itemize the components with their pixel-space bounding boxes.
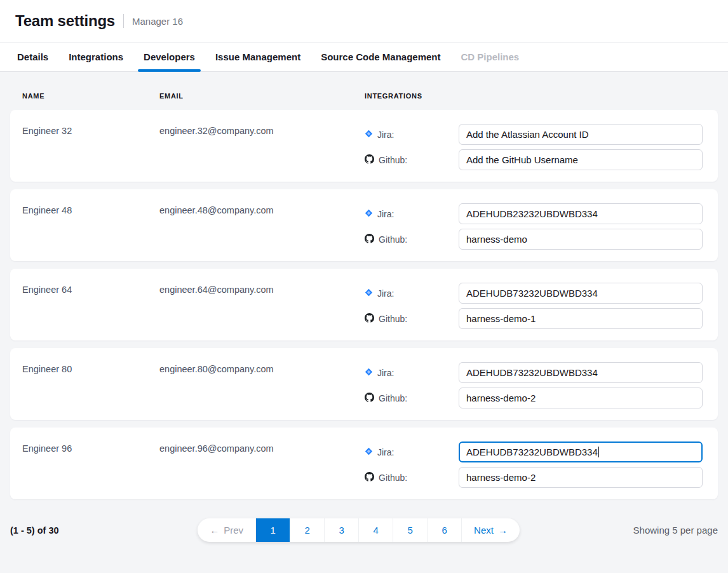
per-page-text: Showing 5 per page — [633, 525, 718, 536]
jira-icon — [365, 209, 373, 219]
jira-label: Jira: — [365, 209, 459, 219]
tab-bar: Details Integrations Developers Issue Ma… — [0, 42, 728, 72]
github-icon — [365, 393, 374, 404]
github-icon — [365, 154, 374, 166]
integrations-cell: Jira: Github: — [365, 203, 703, 261]
developer-email: engineer.48@company.com — [159, 203, 365, 261]
prev-label: Prev — [224, 525, 243, 536]
github-integration-row: Github: — [365, 467, 703, 488]
developer-email: engineer.96@company.com — [159, 442, 365, 499]
tab-integrations[interactable]: Integrations — [67, 43, 125, 71]
github-username-input[interactable] — [459, 149, 703, 170]
jira-label: Jira: — [365, 130, 459, 140]
column-header-integrations: INTEGRATIONS — [365, 92, 703, 100]
column-header-name: NAME — [22, 92, 159, 100]
next-page-button[interactable]: Next → — [461, 518, 520, 542]
page-button-6[interactable]: 6 — [427, 518, 461, 542]
jira-label: Jira: — [365, 447, 459, 457]
github-integration-row: Github: — [365, 308, 703, 329]
prev-page-button[interactable]: ← Prev — [198, 518, 255, 542]
jira-integration-row: Jira: — [365, 124, 703, 145]
page-button-2[interactable]: 2 — [290, 518, 324, 542]
github-label: Github: — [365, 393, 459, 404]
jira-label: Jira: — [365, 288, 459, 299]
tab-source-code-management[interactable]: Source Code Management — [319, 43, 442, 71]
developer-row: Engineer 96 engineer.96@company.com Jira… — [10, 428, 718, 499]
integrations-cell: Jira: Github: — [365, 283, 703, 340]
github-icon — [365, 313, 374, 325]
jira-integration-row: Jira: ADEHUDB73232UBDWBD334 — [365, 442, 703, 462]
github-icon — [365, 472, 374, 483]
developer-row: Engineer 64 engineer.64@company.com Jira… — [10, 269, 718, 340]
title-divider — [123, 14, 124, 28]
jira-account-id-input[interactable] — [459, 203, 703, 224]
integrations-cell: Jira: ADEHUDB73232UBDWBD334 Github: — [365, 442, 703, 499]
github-label: Github: — [365, 313, 459, 325]
jira-icon — [365, 288, 373, 299]
developers-panel: NAME EMAIL INTEGRATIONS Engineer 32 engi… — [0, 72, 728, 573]
page-title: Team settings — [15, 12, 115, 30]
jira-integration-row: Jira: — [365, 203, 703, 224]
github-label: Github: — [365, 154, 459, 166]
developer-email: engineer.80@company.com — [159, 362, 365, 420]
github-username-input[interactable] — [459, 229, 703, 250]
developer-email: engineer.32@company.com — [159, 124, 365, 182]
pagination-range: (1 - 5) of 30 — [10, 525, 59, 536]
jira-account-id-input-focused[interactable]: ADEHUDB73232UBDWBD334 — [459, 442, 703, 462]
github-username-input[interactable] — [459, 308, 703, 329]
jira-integration-row: Jira: — [365, 283, 703, 304]
github-integration-row: Github: — [365, 229, 703, 250]
jira-account-id-input[interactable] — [459, 283, 703, 304]
jira-icon — [365, 368, 373, 378]
github-username-input[interactable] — [459, 388, 703, 408]
developer-name: Engineer 48 — [22, 203, 159, 261]
developer-name: Engineer 80 — [22, 362, 159, 420]
developer-row: Engineer 32 engineer.32@company.com Jira… — [10, 110, 718, 182]
integrations-cell: Jira: Github: — [365, 124, 703, 182]
page-button-1[interactable]: 1 — [255, 518, 290, 542]
developer-name: Engineer 96 — [22, 442, 159, 499]
next-label: Next — [474, 525, 494, 536]
jira-label: Jira: — [365, 368, 459, 378]
developer-row: Engineer 80 engineer.80@company.com Jira… — [10, 348, 718, 420]
github-username-input[interactable] — [459, 467, 703, 488]
developer-name: Engineer 32 — [22, 124, 159, 182]
pagination-control: ← Prev 1 2 3 4 5 6 Next → — [198, 518, 520, 542]
pagination-bar: (1 - 5) of 30 ← Prev 1 2 3 4 5 6 Next → … — [10, 518, 718, 542]
developer-row: Engineer 48 engineer.48@company.com Jira… — [10, 189, 718, 261]
page-button-5[interactable]: 5 — [393, 518, 427, 542]
github-integration-row: Github: — [365, 388, 703, 408]
jira-account-id-input[interactable] — [459, 124, 703, 145]
tab-issue-management[interactable]: Issue Management — [213, 43, 302, 71]
team-settings-page: Team settings Manager 16 Details Integra… — [0, 0, 728, 573]
page-button-3[interactable]: 3 — [324, 518, 358, 542]
developer-email: engineer.64@company.com — [159, 283, 365, 340]
left-arrow-icon: ← — [210, 525, 219, 536]
page-button-4[interactable]: 4 — [358, 518, 393, 542]
developer-name: Engineer 64 — [22, 283, 159, 340]
github-icon — [365, 234, 374, 245]
tab-cd-pipelines: CD Pipelines — [459, 43, 522, 71]
table-header: NAME EMAIL INTEGRATIONS — [10, 82, 718, 110]
github-label: Github: — [365, 472, 459, 483]
jira-icon — [365, 447, 373, 457]
page-subtitle: Manager 16 — [132, 16, 183, 27]
right-arrow-icon: → — [498, 525, 508, 536]
integrations-cell: Jira: Github: — [365, 362, 703, 420]
tab-developers[interactable]: Developers — [142, 43, 197, 71]
jira-account-id-input[interactable] — [459, 362, 703, 383]
column-header-email: EMAIL — [159, 92, 365, 100]
page-header: Team settings Manager 16 — [0, 0, 728, 42]
github-integration-row: Github: — [365, 149, 703, 170]
tab-details[interactable]: Details — [15, 43, 50, 71]
text-cursor — [598, 447, 600, 457]
jira-integration-row: Jira: — [365, 362, 703, 383]
jira-icon — [365, 130, 373, 140]
github-label: Github: — [365, 234, 459, 245]
